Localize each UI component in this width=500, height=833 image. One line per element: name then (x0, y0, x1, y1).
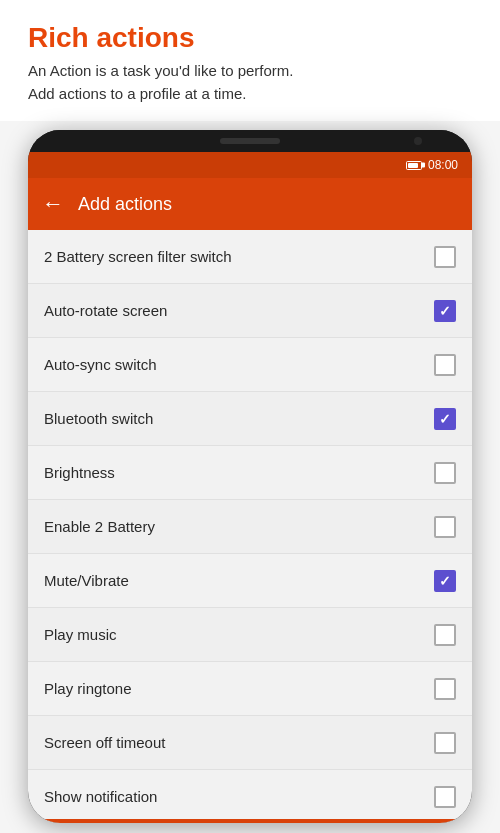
action-checkbox[interactable] (434, 732, 456, 754)
phone-top-bar (28, 130, 472, 152)
top-info-section: Rich actions An Action is a task you'd l… (0, 0, 500, 121)
action-label: Auto-rotate screen (44, 302, 167, 319)
action-checkbox[interactable] (434, 462, 456, 484)
list-item[interactable]: Mute/Vibrate (28, 554, 472, 608)
action-label: Enable 2 Battery (44, 518, 155, 535)
subtitle-line1: An Action is a task you'd like to perfor… (28, 62, 294, 79)
action-checkbox[interactable] (434, 570, 456, 592)
action-checkbox[interactable] (434, 246, 456, 268)
phone-camera (414, 137, 422, 145)
action-checkbox[interactable] (434, 678, 456, 700)
app-toolbar: ← Add actions (28, 178, 472, 230)
action-label: Mute/Vibrate (44, 572, 129, 589)
battery-fill (408, 163, 418, 168)
action-label: Brightness (44, 464, 115, 481)
page-background: Rich actions An Action is a task you'd l… (0, 0, 500, 833)
action-label: 2 Battery screen filter switch (44, 248, 232, 265)
action-label: Auto-sync switch (44, 356, 157, 373)
battery-icon (406, 161, 422, 170)
status-bar-icons: 08:00 (406, 158, 458, 172)
list-item[interactable]: Screen off timeout (28, 716, 472, 770)
action-label: Show notification (44, 788, 157, 805)
list-item[interactable]: Brightness (28, 446, 472, 500)
phone-frame: 08:00 ← Add actions 2 Battery screen fil… (28, 130, 472, 823)
action-checkbox[interactable] (434, 516, 456, 538)
back-button[interactable]: ← (42, 191, 64, 217)
toolbar-title: Add actions (78, 194, 172, 215)
action-checkbox[interactable] (434, 786, 456, 808)
status-bar: 08:00 (28, 152, 472, 178)
action-checkbox[interactable] (434, 408, 456, 430)
action-checkbox[interactable] (434, 624, 456, 646)
phone-speaker (220, 138, 280, 144)
bottom-bar (28, 819, 472, 823)
list-item[interactable]: Auto-sync switch (28, 338, 472, 392)
page-subtitle: An Action is a task you'd like to perfor… (28, 60, 472, 105)
list-item[interactable]: Bluetooth switch (28, 392, 472, 446)
list-item[interactable]: Play ringtone (28, 662, 472, 716)
time-display: 08:00 (428, 158, 458, 172)
page-title: Rich actions (28, 22, 472, 54)
action-checkbox[interactable] (434, 354, 456, 376)
list-item[interactable]: 2 Battery screen filter switch (28, 230, 472, 284)
list-item[interactable]: Enable 2 Battery (28, 500, 472, 554)
action-label: Screen off timeout (44, 734, 165, 751)
list-item[interactable]: Auto-rotate screen (28, 284, 472, 338)
subtitle-line2: Add actions to a profile at a time. (28, 85, 246, 102)
action-label: Play ringtone (44, 680, 132, 697)
actions-list[interactable]: 2 Battery screen filter switchAuto-rotat… (28, 230, 472, 823)
action-label: Play music (44, 626, 117, 643)
action-checkbox[interactable] (434, 300, 456, 322)
list-item[interactable]: Play music (28, 608, 472, 662)
action-label: Bluetooth switch (44, 410, 153, 427)
list-item[interactable]: Show notification (28, 770, 472, 823)
